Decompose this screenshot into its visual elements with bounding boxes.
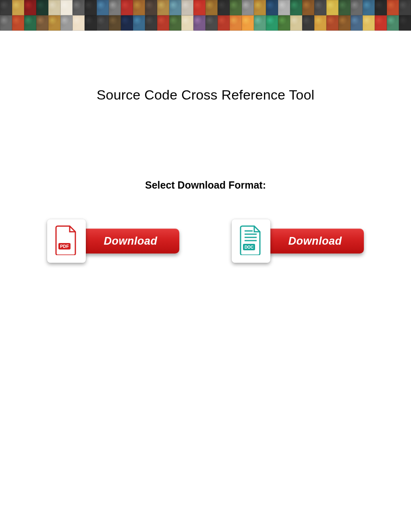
banner-tile [109, 15, 121, 31]
banner-tile [278, 15, 290, 31]
banner-tile [266, 15, 278, 31]
banner-tile [375, 0, 387, 15]
banner-tile [218, 15, 230, 31]
banner-tile [206, 0, 218, 15]
banner-tile [121, 0, 133, 15]
doc-badge-text: DOC [245, 245, 253, 249]
banner-tile [0, 0, 12, 15]
banner-tile [169, 15, 181, 31]
banner-tile [12, 15, 24, 31]
banner-tile [157, 15, 169, 31]
page-title: Source Code Cross Reference Tool [0, 87, 411, 103]
banner-tile [73, 15, 85, 31]
banner-tile [12, 0, 24, 15]
banner-tile [351, 0, 363, 15]
banner-tile [133, 15, 145, 31]
banner-tile [254, 0, 266, 15]
banner-tile [266, 0, 278, 15]
pdf-file-card: PDF [47, 219, 86, 263]
banner-row-1 [0, 0, 411, 15]
banner-tile [326, 0, 338, 15]
banner-tile [97, 0, 109, 15]
banner-tile [36, 15, 48, 31]
download-row: PDF Download DOC [0, 219, 411, 263]
banner-tile [24, 0, 36, 15]
banner-tile [230, 15, 242, 31]
banner-tile [387, 15, 399, 31]
banner-tile [302, 15, 314, 31]
banner-tile [24, 15, 36, 31]
banner-tile [387, 0, 399, 15]
download-block-pdf: PDF Download [47, 219, 179, 263]
banner-tile [206, 15, 218, 31]
banner-tile [0, 15, 12, 31]
download-pdf-button[interactable]: Download [82, 229, 179, 254]
doc-file-icon: DOC [239, 225, 263, 257]
banner-tile [351, 15, 363, 31]
banner-tile [85, 15, 97, 31]
download-doc-button[interactable]: Download [266, 229, 364, 254]
banner-tile [290, 0, 302, 15]
banner-tile [133, 0, 145, 15]
banner-tile [181, 0, 193, 15]
banner-tile [338, 0, 351, 15]
banner-tile [338, 15, 351, 31]
banner-tile [85, 0, 97, 15]
banner-tile [145, 15, 157, 31]
banner-tile [290, 15, 302, 31]
banner-tile [278, 0, 290, 15]
banner-tile [48, 15, 60, 31]
banner-tile [242, 15, 254, 31]
banner-tile [73, 0, 85, 15]
download-block-doc: DOC Download [232, 219, 364, 263]
banner-tile [242, 0, 254, 15]
banner-tile [230, 0, 242, 15]
banner-tile [363, 0, 375, 15]
banner-tile [121, 15, 133, 31]
banner-tile [218, 0, 230, 15]
main-content: Source Code Cross Reference Tool Select … [0, 87, 411, 263]
banner-tile [399, 0, 411, 15]
pdf-file-icon: PDF [54, 225, 79, 257]
banner-tile [181, 15, 193, 31]
banner-tile [193, 15, 206, 31]
banner-tile [302, 0, 314, 15]
banner-tile [399, 15, 411, 31]
banner-row-2 [0, 15, 411, 31]
download-format-subtitle: Select Download Format: [0, 179, 411, 191]
banner-tile [375, 15, 387, 31]
banner-tile [193, 0, 206, 15]
banner-tile [363, 15, 375, 31]
banner-tile [145, 0, 157, 15]
header-banner [0, 0, 411, 31]
banner-tile [314, 0, 326, 15]
banner-tile [48, 0, 60, 15]
banner-tile [314, 15, 326, 31]
banner-tile [97, 15, 109, 31]
banner-tile [60, 0, 73, 15]
banner-tile [169, 0, 181, 15]
banner-tile [36, 0, 48, 15]
banner-tile [254, 15, 266, 31]
banner-tile [60, 15, 73, 31]
banner-tile [109, 0, 121, 15]
banner-tile [157, 0, 169, 15]
pdf-badge-text: PDF [60, 244, 69, 249]
doc-file-card: DOC [232, 219, 270, 263]
banner-tile [326, 15, 338, 31]
